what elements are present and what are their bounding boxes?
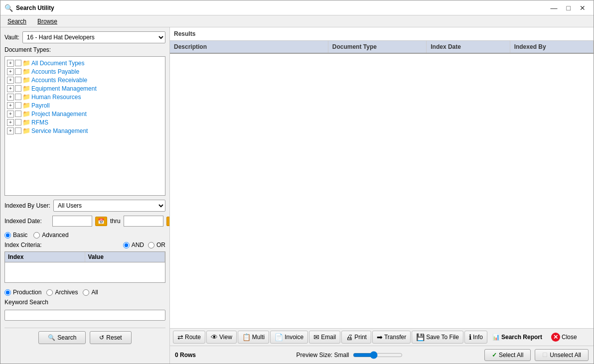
advanced-label: Advanced (42, 232, 68, 239)
criteria-grid: Index Value (4, 251, 165, 283)
multi-button[interactable]: 📋 Multi (238, 331, 269, 344)
basic-radio[interactable] (4, 232, 11, 239)
checkbox-rfms[interactable] (15, 119, 21, 125)
date-to-input[interactable] (124, 216, 163, 227)
checkbox-all[interactable] (15, 60, 21, 66)
tree-item-sm[interactable]: + 📁 Service Management (7, 126, 163, 135)
tree-item-ap[interactable]: + 📁 Accounts Payable (7, 67, 163, 76)
keyword-input[interactable] (4, 310, 165, 321)
info-icon: ℹ (469, 333, 471, 341)
tree-label-ar: Accounts Receivable (31, 77, 87, 84)
checkbox-em[interactable] (15, 85, 21, 92)
expand-ap[interactable]: + (7, 68, 14, 75)
expand-rfms[interactable]: + (7, 119, 14, 126)
window-title: Search Utility (16, 4, 54, 11)
menu-search[interactable]: Search (4, 17, 29, 26)
right-panel: Results Description Document Type Index … (170, 27, 594, 364)
archives-label: Archives (55, 289, 78, 296)
and-radio[interactable] (123, 242, 130, 248)
route-icon: ⇄ (177, 333, 183, 341)
indexed-date-row: Indexed Date: 📅 thru 📅 (4, 216, 165, 227)
tree-label-ap: Accounts Payable (31, 68, 79, 75)
select-all-button[interactable]: ✓ Select All (484, 349, 531, 361)
all-radio[interactable] (83, 289, 89, 296)
or-radio[interactable] (148, 242, 154, 248)
criteria-value-col: Value (85, 252, 165, 262)
expand-all[interactable]: + (7, 60, 14, 67)
vault-select[interactable]: 16 - Hard Hat Developers (22, 31, 165, 43)
info-button[interactable]: ℹ Info (464, 331, 487, 344)
select-all-check-icon: ✓ (492, 352, 497, 359)
reset-button[interactable]: ↺ Reset (90, 331, 131, 344)
advanced-radio-item[interactable]: Advanced (33, 232, 68, 239)
vault-row: Vault: 16 - Hard Hat Developers (4, 31, 165, 43)
expand-pm[interactable]: + (7, 111, 14, 118)
title-bar-left: 🔍 Search Utility (4, 4, 54, 12)
or-label: OR (156, 242, 165, 248)
reset-icon: ↺ (99, 334, 104, 341)
view-button[interactable]: 👁 View (206, 331, 237, 344)
expand-em[interactable]: + (7, 85, 14, 92)
indexed-by-label: Indexed By User: (4, 202, 50, 209)
menu-browse[interactable]: Browse (34, 17, 60, 26)
checkbox-sm[interactable] (15, 127, 21, 134)
checkbox-hr[interactable] (15, 94, 21, 100)
bottom-toolbar: ⇄ Route 👁 View 📋 Multi 📄 Invoice ✉ (170, 328, 594, 346)
date-from-input[interactable] (52, 216, 92, 227)
search-report-button[interactable]: 📊 Search Report (488, 332, 546, 343)
main-window: 🔍 Search Utility — □ ✕ Search Browse Vau… (0, 0, 594, 364)
and-radio-item[interactable]: AND (123, 242, 144, 248)
maximize-button[interactable]: □ (563, 3, 575, 13)
tree-item-em[interactable]: + 📁 Equipment Management (7, 84, 163, 93)
indexed-by-select[interactable]: All Users (53, 200, 165, 212)
tree-item-pm[interactable]: + 📁 Project Management (7, 110, 163, 118)
checkbox-ar[interactable] (15, 77, 21, 83)
minimize-button[interactable]: — (547, 3, 562, 13)
expand-hr[interactable]: + (7, 94, 14, 101)
or-radio-item[interactable]: OR (148, 242, 165, 248)
expand-ar[interactable]: + (7, 77, 14, 84)
print-icon: 🖨 (346, 333, 353, 341)
invoice-button[interactable]: 📄 Invoice (270, 331, 308, 344)
doc-types-tree: + 📁 All Document Types + 📁 Accounts Paya… (4, 56, 165, 196)
production-radio[interactable] (4, 289, 11, 296)
tree-item-rfms[interactable]: + 📁 RFMS (7, 118, 163, 126)
folder-icon-rfms: 📁 (22, 119, 30, 126)
basic-radio-item[interactable]: Basic (4, 232, 27, 239)
rows-count: 0 Rows (175, 352, 215, 359)
tree-item-payroll[interactable]: + 📁 Payroll (7, 101, 163, 110)
email-button[interactable]: ✉ Email (309, 331, 340, 344)
route-button[interactable]: ⇄ Route (173, 331, 205, 344)
save-icon: 💾 (416, 333, 425, 341)
transfer-button[interactable]: ➡ Transfer (372, 331, 411, 344)
close-icon: ✕ (551, 333, 560, 342)
tree-item-hr[interactable]: + 📁 Human Resources (7, 93, 163, 101)
results-grid: Description Document Type Index Date Ind… (170, 41, 594, 328)
expand-sm[interactable]: + (7, 127, 14, 134)
checkbox-pm[interactable] (15, 111, 21, 117)
location-row: Production Archives All (4, 289, 165, 296)
search-button[interactable]: 🔍 Search (38, 331, 86, 344)
advanced-radio[interactable] (33, 232, 40, 239)
checkbox-ap[interactable] (15, 68, 21, 75)
all-radio-item[interactable]: All (83, 289, 98, 296)
close-window-button[interactable]: ✕ (576, 3, 590, 13)
preview-slider[interactable] (353, 351, 403, 359)
unselect-all-button[interactable]: ☐ Unselect All (535, 349, 589, 361)
checkbox-payroll[interactable] (15, 102, 21, 109)
print-button[interactable]: 🖨 Print (341, 331, 371, 344)
tree-item-all[interactable]: + 📁 All Document Types (7, 59, 163, 67)
calendar-to-button[interactable]: 📅 (166, 217, 170, 226)
archives-radio[interactable] (46, 289, 53, 296)
doc-types-label: Document Types: (4, 46, 165, 53)
calendar-from-button[interactable]: 📅 (95, 217, 107, 226)
results-label: Results (170, 27, 594, 41)
folder-icon-all: 📁 (22, 59, 30, 67)
save-to-file-button[interactable]: 💾 Save To File (412, 331, 463, 344)
close-toolbar-button[interactable]: ✕ Close (547, 331, 581, 344)
production-radio-item[interactable]: Production (4, 289, 41, 296)
expand-payroll[interactable]: + (7, 102, 14, 109)
tree-item-ar[interactable]: + 📁 Accounts Receivable (7, 76, 163, 84)
archives-radio-item[interactable]: Archives (46, 289, 78, 296)
email-icon: ✉ (313, 333, 319, 341)
